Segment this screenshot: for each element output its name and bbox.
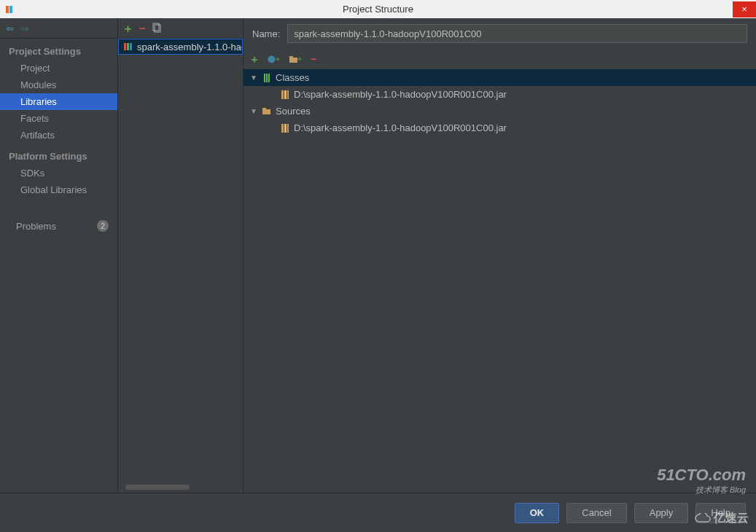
add-root-icon[interactable]: ＋ xyxy=(249,54,260,64)
sidebar-item-problems[interactable]: Problems 2 xyxy=(0,217,117,235)
sidebar-item-sdks[interactable]: SDKs xyxy=(0,165,117,181)
bottom-button-bar: OK Cancel Apply Help xyxy=(0,493,756,532)
forward-arrow-icon[interactable]: ⇒ xyxy=(20,23,29,34)
library-list-item[interactable]: spark-assembly-1.1.0-hadoopV100R001C00 xyxy=(118,39,243,55)
platform-settings-heading: Platform Settings xyxy=(0,148,117,165)
svg-rect-17 xyxy=(262,108,266,110)
sidebar-item-artifacts[interactable]: Artifacts xyxy=(0,127,117,144)
svg-rect-5 xyxy=(127,43,129,50)
svg-rect-0 xyxy=(6,6,9,13)
tree-label: Classes xyxy=(276,72,309,83)
name-row: Name: xyxy=(243,18,756,49)
svg-rect-19 xyxy=(284,124,287,133)
svg-rect-9 xyxy=(289,56,293,58)
svg-rect-20 xyxy=(287,124,289,133)
library-list-body: spark-assembly-1.1.0-hadoopV100R001C00 xyxy=(118,39,243,493)
sidebar-item-project[interactable]: Project xyxy=(0,60,117,77)
svg-rect-11 xyxy=(266,74,268,82)
sidebar-item-modules[interactable]: Modules xyxy=(0,77,117,93)
help-button[interactable]: Help xyxy=(695,503,746,523)
expander-icon[interactable]: ▼ xyxy=(249,74,258,82)
detail-toolbar: ＋ ＋ ＋ − xyxy=(243,49,756,69)
window-title: Project Structure xyxy=(343,4,413,15)
tree-node-sources[interactable]: ▼ Sources xyxy=(243,103,756,120)
classes-icon xyxy=(262,73,272,83)
remove-library-icon[interactable]: − xyxy=(139,23,146,34)
sources-folder-icon xyxy=(262,106,272,117)
detail-panel: Name: ＋ ＋ ＋ − ▼ Classes xyxy=(243,18,756,493)
svg-rect-1 xyxy=(9,6,12,13)
titlebar: Project Structure × xyxy=(0,0,756,18)
jar-icon xyxy=(280,123,290,133)
sidebar-item-libraries[interactable]: Libraries xyxy=(0,93,117,110)
svg-rect-6 xyxy=(130,43,132,50)
apply-button[interactable]: Apply xyxy=(634,503,689,523)
svg-rect-12 xyxy=(268,74,270,82)
tree-node-classes[interactable]: ▼ Classes xyxy=(243,69,756,86)
nav-arrows: ⇐ ⇒ xyxy=(0,18,117,39)
sidebar-item-global-libraries[interactable]: Global Libraries xyxy=(0,181,117,198)
cancel-button[interactable]: Cancel xyxy=(566,503,626,523)
library-list-panel: ＋ − spark-assembly-1.1.0-hadoopV100R001C… xyxy=(118,18,243,493)
jar-icon xyxy=(280,90,290,100)
tree-label: Sources xyxy=(276,106,311,117)
back-arrow-icon[interactable]: ⇐ xyxy=(6,23,15,34)
sidebar: ⇐ ⇒ Project Settings Project Modules Lib… xyxy=(0,18,118,493)
tree-entry-label: D:\spark-assembly-1.1.0-hadoopV100R001C0… xyxy=(294,89,507,100)
svg-rect-4 xyxy=(124,43,126,50)
library-roots-tree: ▼ Classes D:\spark-assembly-1.1.0-hadoop… xyxy=(243,69,756,493)
close-button[interactable]: × xyxy=(733,1,756,17)
name-label: Name: xyxy=(252,28,280,39)
copy-library-icon[interactable] xyxy=(152,23,162,34)
expander-icon[interactable]: ▼ xyxy=(249,107,258,115)
tree-entry-label: D:\spark-assembly-1.1.0-hadoopV100R001C0… xyxy=(294,122,507,133)
svg-rect-10 xyxy=(264,74,265,82)
library-name-input[interactable] xyxy=(287,24,747,43)
add-global-icon[interactable]: ＋ xyxy=(267,55,281,64)
app-icon xyxy=(4,4,16,15)
svg-rect-13 xyxy=(281,90,284,99)
add-library-icon[interactable]: ＋ xyxy=(122,23,133,34)
add-folder-icon[interactable]: ＋ xyxy=(289,55,303,64)
sidebar-item-facets[interactable]: Facets xyxy=(0,110,117,127)
library-books-icon xyxy=(123,42,133,52)
svg-rect-14 xyxy=(284,90,287,99)
library-list-item-label: spark-assembly-1.1.0-hadoopV100R001C00 xyxy=(137,42,243,52)
ok-button[interactable]: OK xyxy=(515,503,560,523)
remove-root-icon[interactable]: − xyxy=(311,54,316,64)
tree-node-classes-entry[interactable]: D:\spark-assembly-1.1.0-hadoopV100R001C0… xyxy=(243,86,756,103)
svg-rect-16 xyxy=(262,109,270,114)
tree-node-sources-entry[interactable]: D:\spark-assembly-1.1.0-hadoopV100R001C0… xyxy=(243,120,756,136)
main-content: ⇐ ⇒ Project Settings Project Modules Lib… xyxy=(0,18,756,493)
library-list-toolbar: ＋ − xyxy=(118,18,243,39)
project-settings-heading: Project Settings xyxy=(0,43,117,60)
svg-rect-15 xyxy=(287,90,289,99)
horizontal-scrollbar[interactable] xyxy=(125,485,190,490)
svg-rect-18 xyxy=(281,124,284,133)
problems-count-badge: 2 xyxy=(97,220,109,232)
